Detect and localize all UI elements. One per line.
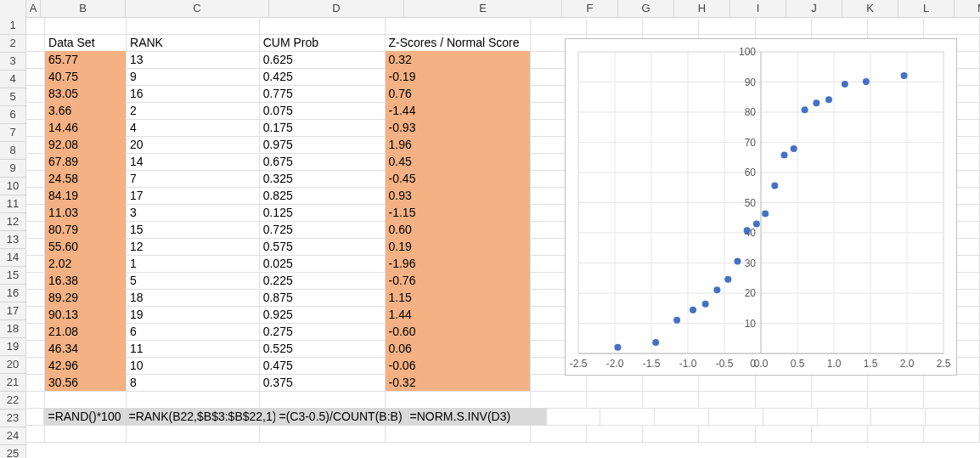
cell-E9[interactable]: 0.45 [386, 153, 532, 171]
cell-C13[interactable]: 15 [127, 221, 260, 239]
cell-F1[interactable] [531, 17, 587, 35]
cell-G23[interactable] [587, 391, 643, 409]
cell-C11[interactable]: 17 [127, 187, 260, 205]
cell-C21[interactable]: 10 [127, 357, 260, 375]
cell-A12[interactable] [25, 204, 45, 222]
cell-A1[interactable] [25, 17, 45, 35]
cell-B20[interactable]: 46.34 [45, 340, 127, 358]
colhdr-G[interactable]: G [618, 0, 674, 18]
select-all-corner[interactable] [0, 0, 26, 18]
cell-C3[interactable]: 13 [127, 51, 260, 69]
cell-B11[interactable]: 84.19 [45, 187, 127, 205]
cell-B12[interactable]: 11.03 [45, 204, 127, 222]
cell-C24[interactable]: =RANK(B22,$B$3:$B$22,1) [125, 408, 275, 426]
cell-B13[interactable]: 80.79 [45, 221, 127, 239]
cell-C14[interactable]: 12 [127, 238, 260, 256]
cell-B17[interactable]: 89.29 [45, 289, 127, 307]
cell-F24[interactable] [547, 408, 601, 426]
colhdr-I[interactable]: I [730, 0, 786, 18]
cell-D15[interactable]: 0.025 [260, 255, 386, 273]
rowhdr-17[interactable]: 17 [0, 303, 26, 320]
cell-H23[interactable] [643, 391, 699, 409]
rowhdr-22[interactable]: 22 [0, 392, 26, 410]
cell-K1[interactable] [812, 17, 868, 35]
cell-B16[interactable]: 16.38 [45, 272, 127, 290]
cell-E11[interactable]: 0.93 [386, 187, 532, 205]
colhdr-J[interactable]: J [786, 0, 842, 18]
cell-D21[interactable]: 0.475 [260, 357, 386, 375]
cell-D18[interactable]: 0.925 [260, 306, 386, 324]
rowhdr-20[interactable]: 20 [0, 356, 26, 374]
cell-M22[interactable] [924, 374, 980, 392]
cell-B15[interactable]: 2.02 [45, 255, 127, 273]
cell-C5[interactable]: 16 [127, 85, 260, 103]
cell-D3[interactable]: 0.625 [260, 51, 386, 69]
rowhdr-7[interactable]: 7 [0, 124, 26, 142]
cell-K25[interactable] [812, 425, 868, 443]
cell-E12[interactable]: -1.15 [386, 204, 532, 222]
cell-D25[interactable] [260, 425, 386, 443]
chart-point[interactable] [753, 220, 760, 227]
cell-M25[interactable] [924, 425, 980, 443]
cell-J24[interactable] [763, 408, 818, 426]
cell-D6[interactable]: 0.075 [260, 102, 386, 120]
cell-C20[interactable]: 11 [127, 340, 260, 358]
cell-H22[interactable] [643, 374, 699, 392]
chart-point[interactable] [673, 317, 680, 324]
chart-point[interactable] [734, 258, 741, 265]
cell-B6[interactable]: 3.66 [45, 102, 127, 120]
cell-E6[interactable]: -1.44 [386, 102, 532, 120]
cell-I23[interactable] [699, 391, 755, 409]
cell-B4[interactable]: 40.75 [45, 68, 127, 86]
cell-A22[interactable] [25, 374, 45, 392]
rowhdr-19[interactable]: 19 [0, 338, 26, 356]
rowhdr-18[interactable]: 18 [0, 320, 26, 338]
chart-point[interactable] [652, 339, 659, 346]
chart-point[interactable] [863, 78, 870, 85]
cell-D1[interactable] [260, 17, 386, 35]
chart-point[interactable] [690, 307, 696, 314]
cell-C15[interactable]: 1 [127, 255, 260, 273]
cell-E5[interactable]: 0.76 [386, 85, 532, 103]
cell-E21[interactable]: -0.06 [386, 357, 532, 375]
cell-E18[interactable]: 1.44 [386, 306, 532, 324]
cell-G25[interactable] [587, 425, 643, 443]
cell-B24[interactable]: =RAND()*100 [44, 408, 125, 426]
cell-C4[interactable]: 9 [127, 68, 260, 86]
cell-B2[interactable]: Data Set [45, 34, 127, 52]
chart-point[interactable] [724, 276, 731, 283]
cell-J25[interactable] [756, 425, 812, 443]
cell-L22[interactable] [868, 374, 924, 392]
cell-D2[interactable]: CUM Prob [260, 34, 386, 52]
rowhdr-12[interactable]: 12 [0, 213, 26, 231]
chart-point[interactable] [614, 344, 621, 351]
cell-A14[interactable] [25, 238, 45, 256]
cell-E7[interactable]: -0.93 [386, 119, 532, 137]
colhdr-C[interactable]: C [126, 0, 269, 18]
cell-C16[interactable]: 5 [127, 272, 260, 290]
chart-point[interactable] [825, 96, 832, 103]
rowhdr-8[interactable]: 8 [0, 142, 26, 160]
cell-E16[interactable]: -0.76 [386, 272, 532, 290]
cell-F22[interactable] [531, 374, 587, 392]
cell-A8[interactable] [25, 136, 45, 154]
cell-C2[interactable]: RANK [127, 34, 260, 52]
cell-D7[interactable]: 0.175 [260, 119, 386, 137]
cell-D11[interactable]: 0.825 [260, 187, 386, 205]
cell-J23[interactable] [756, 391, 812, 409]
colhdr-L[interactable]: L [898, 0, 955, 18]
cell-A23[interactable] [25, 391, 45, 409]
colhdr-E[interactable]: E [404, 0, 562, 18]
cell-A15[interactable] [25, 255, 45, 273]
cell-A17[interactable] [25, 289, 45, 307]
chart-point[interactable] [762, 210, 769, 217]
scatter-chart[interactable]: 102030405060708090100-2.5-2.0-1.5-1.0-0.… [565, 38, 957, 376]
cell-A16[interactable] [25, 272, 45, 290]
chart-point[interactable] [781, 152, 788, 159]
colhdr-F[interactable]: F [562, 0, 618, 18]
cell-A13[interactable] [25, 221, 45, 239]
cell-E14[interactable]: 0.19 [386, 238, 532, 256]
rowhdr-1[interactable]: 1 [0, 17, 26, 35]
cell-A11[interactable] [25, 187, 45, 205]
rowhdr-9[interactable]: 9 [0, 160, 26, 178]
